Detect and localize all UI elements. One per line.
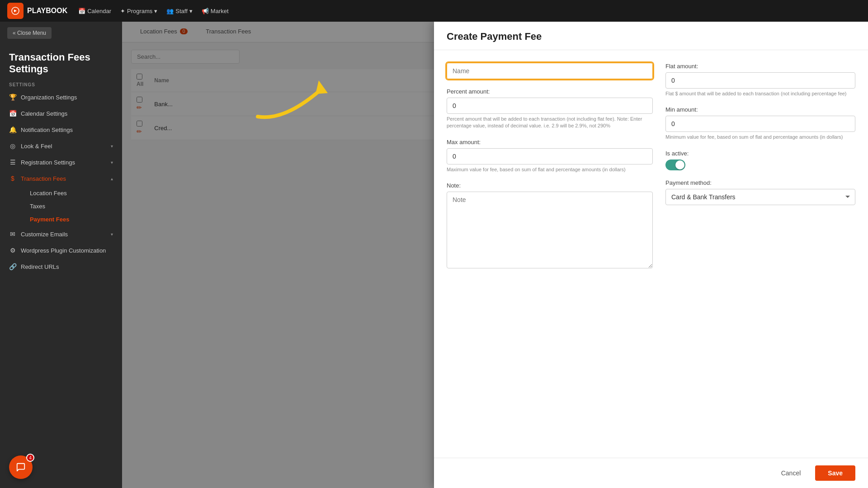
is-active-label: Is active: — [665, 150, 855, 157]
trophy-icon: 🏆 — [9, 94, 16, 101]
sidebar-sub-location-fees[interactable]: Location Fees — [21, 187, 122, 200]
min-amount-label: Min amount: — [665, 106, 855, 113]
registration-icon: ☰ — [9, 159, 16, 166]
top-nav: PLAYBOOK 📅 Calendar ✦ Programs ▾ 👥 Staff… — [0, 0, 868, 22]
sidebar-sub-payment-fees[interactable]: Payment Fees — [21, 213, 122, 226]
calendar-icon: 📅 — [9, 110, 16, 117]
bell-icon: 🔔 — [9, 126, 16, 133]
is-active-toggle[interactable] — [665, 160, 685, 170]
sidebar-item-calendar-settings[interactable]: 📅 Calendar Settings — [0, 105, 122, 122]
sidebar-sub-taxes[interactable]: Taxes — [21, 200, 122, 213]
name-input[interactable] — [447, 63, 653, 79]
name-field-group — [447, 63, 653, 79]
main-layout: « Close Menu Transaction Fees Settings S… — [0, 0, 868, 488]
flat-amount-field-group: Flat amount: Flat $ amount that will be … — [665, 63, 855, 97]
settings-label: SETTINGS — [0, 79, 122, 89]
save-button[interactable]: Save — [815, 465, 855, 481]
max-amount-label: Max amount: — [447, 139, 653, 145]
sidebar-item-look-feel[interactable]: ◎ Look & Feel ▾ — [0, 138, 122, 154]
flat-amount-hint: Flat $ amount that will be added to each… — [665, 90, 855, 97]
percent-amount-field-group: Percent amount: Percent amount that will… — [447, 88, 653, 130]
link-icon: 🔗 — [9, 263, 16, 270]
modal: Create Payment Fee Percent amount: Perce… — [434, 22, 868, 488]
chat-icon — [16, 462, 26, 472]
logo-icon — [7, 3, 24, 19]
nav-programs[interactable]: ✦ Programs ▾ — [120, 8, 157, 14]
min-amount-field-group: Min amount: Minimum value for fee, based… — [665, 106, 855, 141]
payment-method-field-group: Payment method: Card & Bank Transfers Ca… — [665, 179, 855, 205]
sidebar-item-customize-emails[interactable]: ✉ Customize Emails ▾ — [0, 226, 122, 242]
note-label: Note: — [447, 182, 653, 189]
note-field-group: Note: — [447, 182, 653, 270]
sidebar-item-transaction-fees[interactable]: $ Transaction Fees ▴ — [0, 170, 122, 187]
email-icon: ✉ — [9, 230, 16, 238]
sidebar-item-wordpress[interactable]: ⚙ Wordpress Plugin Customization — [0, 242, 122, 258]
page-title: Transaction Fees Settings — [0, 44, 122, 79]
logo[interactable]: PLAYBOOK — [7, 3, 67, 19]
payment-method-select[interactable]: Card & Bank Transfers Card Only Bank Tra… — [665, 189, 855, 205]
note-textarea[interactable] — [447, 192, 653, 268]
max-amount-input[interactable] — [447, 148, 653, 164]
modal-right-column: Flat amount: Flat $ amount that will be … — [665, 63, 855, 445]
max-amount-field-group: Max amount: Maximum value for fee, based… — [447, 139, 653, 173]
chevron-down-icon: ▾ — [111, 144, 113, 149]
dollar-icon: $ — [9, 175, 16, 182]
is-active-toggle-container — [665, 160, 855, 170]
content-area: Location Fees 0 Transaction Fees All — [122, 22, 868, 488]
modal-footer: Cancel Save — [434, 458, 868, 488]
modal-left-column: Percent amount: Percent amount that will… — [447, 63, 653, 445]
close-menu-button[interactable]: « Close Menu — [7, 27, 52, 39]
cancel-button[interactable]: Cancel — [772, 465, 810, 481]
gear-icon: ⚙ — [9, 247, 16, 254]
nav-items: 📅 Calendar ✦ Programs ▾ 👥 Staff ▾ 📢 Mark… — [78, 8, 228, 14]
flat-amount-input[interactable] — [665, 72, 855, 89]
sidebar-item-notification-settings[interactable]: 🔔 Notification Settings — [0, 122, 122, 138]
sidebar-sub-menu: Location Fees Taxes Payment Fees — [0, 187, 122, 226]
chevron-down-icon: ▾ — [111, 232, 113, 237]
flat-amount-label: Flat amount: — [665, 63, 855, 70]
sidebar: « Close Menu Transaction Fees Settings S… — [0, 22, 122, 488]
max-amount-hint: Maximum value for fee, based on sum of f… — [447, 166, 653, 173]
nav-staff[interactable]: 👥 Staff ▾ — [166, 8, 193, 14]
min-amount-input[interactable] — [665, 116, 855, 132]
look-feel-icon: ◎ — [9, 142, 16, 150]
sidebar-item-redirect-urls[interactable]: 🔗 Redirect URLs — [0, 258, 122, 275]
percent-amount-input[interactable] — [447, 98, 653, 114]
nav-calendar[interactable]: 📅 Calendar — [78, 8, 111, 14]
chevron-up-icon: ▴ — [111, 176, 113, 181]
chevron-down-icon: ▾ — [111, 160, 113, 165]
min-amount-hint: Minimum value for fee, based on sum of f… — [665, 134, 855, 141]
percent-amount-hint: Percent amount that will be added to eac… — [447, 116, 653, 130]
payment-method-label: Payment method: — [665, 179, 855, 186]
is-active-field-group: Is active: — [665, 150, 855, 170]
percent-amount-label: Percent amount: — [447, 88, 653, 95]
modal-header: Create Payment Fee — [434, 22, 868, 50]
logo-text: PLAYBOOK — [27, 7, 67, 15]
modal-body: Percent amount: Percent amount that will… — [434, 50, 868, 458]
chat-widget[interactable]: 4 — [9, 455, 33, 479]
toggle-knob — [675, 160, 684, 169]
chat-badge: 4 — [26, 454, 34, 462]
nav-market[interactable]: 📢 Market — [202, 8, 229, 14]
sidebar-item-registration-settings[interactable]: ☰ Registration Settings ▾ — [0, 154, 122, 170]
sidebar-item-org-settings[interactable]: 🏆 Organization Settings — [0, 89, 122, 105]
